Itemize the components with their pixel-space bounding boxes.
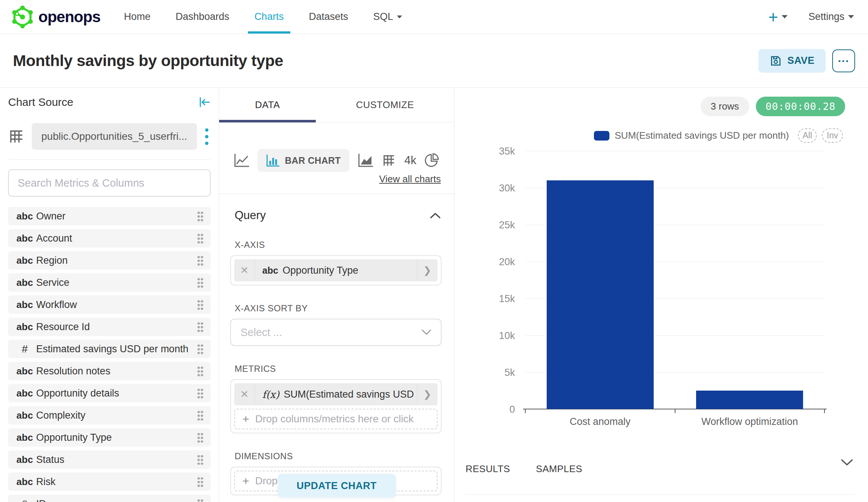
nav-item-datasets[interactable]: Datasets <box>309 0 348 34</box>
big-number-chart-icon[interactable]: 4k <box>404 154 416 167</box>
top-nav: openops Home Dashboards Charts Datasets … <box>0 0 868 34</box>
column-item[interactable]: abcOpportunity details <box>8 384 211 402</box>
query-timer-badge[interactable]: 00:00:00.28 <box>756 97 845 116</box>
save-icon <box>770 55 782 67</box>
column-item[interactable]: abcService <box>8 273 211 292</box>
collapse-panel-icon[interactable] <box>199 97 211 108</box>
tab-results[interactable]: RESULTS <box>466 463 510 475</box>
page-title: Monthly savings by opportunity type <box>13 52 283 70</box>
builder-divider <box>219 194 454 194</box>
drag-handle-icon[interactable] <box>197 211 203 222</box>
legend-all-button[interactable]: All <box>798 128 817 143</box>
tab-customize[interactable]: CUSTOMIZE <box>316 88 454 122</box>
save-button[interactable]: SAVE <box>758 49 826 73</box>
remove-x-axis-icon[interactable]: ✕ <box>234 259 255 281</box>
column-item[interactable]: #Estimated savings USD per month <box>8 340 211 358</box>
column-item[interactable]: abcAccount <box>8 229 211 247</box>
query-collapse-icon[interactable] <box>430 212 441 219</box>
table-chart-icon[interactable] <box>381 153 396 167</box>
metric-expand-icon[interactable]: ❯ <box>417 383 438 405</box>
chart-legend: SUM(Estimated savings USD per month) All… <box>594 128 843 143</box>
tab-samples[interactable]: SAMPLES <box>536 463 582 475</box>
column-item[interactable]: abcRisk <box>8 472 211 491</box>
metrics-search-input[interactable] <box>18 177 201 189</box>
column-item[interactable]: abcComplexity <box>8 406 211 425</box>
x-axis-tick <box>525 409 526 413</box>
gridline <box>525 151 824 151</box>
column-item[interactable]: abcRegion <box>8 251 211 270</box>
drag-handle-icon[interactable] <box>197 300 203 310</box>
bar-cost-anomaly[interactable] <box>547 180 654 409</box>
bar-workflow-optimization[interactable] <box>696 391 803 409</box>
drag-handle-icon[interactable] <box>197 410 203 421</box>
legend-swatch[interactable] <box>594 131 609 141</box>
drag-handle-icon[interactable] <box>197 233 203 244</box>
drag-handle-icon[interactable] <box>197 499 203 502</box>
nav-item-charts[interactable]: Charts <box>255 0 284 34</box>
unknown-type-icon: ? <box>13 498 36 502</box>
column-item[interactable]: abcResource Id <box>8 318 211 336</box>
pie-chart-icon[interactable] <box>425 153 439 168</box>
text-type-icon: abc <box>13 366 36 377</box>
settings-menu[interactable]: Settings <box>808 11 854 22</box>
metrics-search[interactable] <box>8 169 211 197</box>
x-axis-label: X-AXIS <box>235 240 441 250</box>
drag-handle-icon[interactable] <box>197 432 203 443</box>
nav-right: + Settings <box>768 8 854 25</box>
x-axis-value-pill[interactable]: ✕ abc Opportunity Type ❯ <box>234 259 438 281</box>
metrics-label: METRICS <box>235 364 441 374</box>
query-status-badges: 3 rows 00:00:00.28 <box>701 97 845 116</box>
column-item[interactable]: abcResolution notes <box>8 362 211 380</box>
collapse-results-icon[interactable] <box>841 459 853 466</box>
drag-handle-icon[interactable] <box>197 277 203 288</box>
column-item[interactable]: abcOpportunity Type <box>8 428 211 447</box>
app-root: openops Home Dashboards Charts Datasets … <box>0 0 868 502</box>
save-button-label: SAVE <box>787 55 815 66</box>
x-axis-category-label: Workflow optimization <box>701 416 798 427</box>
header-actions: SAVE ... <box>758 49 855 73</box>
drag-handle-icon[interactable] <box>197 388 203 399</box>
dataset-row: public.Opportunities_5_userfri... <box>8 123 211 150</box>
dataset-table-icon <box>8 128 24 145</box>
legend-series-label[interactable]: SUM(Estimated savings USD per month) <box>615 130 789 141</box>
left-panel-divider <box>8 159 211 160</box>
column-label: Service <box>36 277 197 288</box>
update-chart-button[interactable]: UPDATE CHART <box>278 474 396 498</box>
nav-item-sql[interactable]: SQL <box>373 0 402 34</box>
area-chart-icon[interactable] <box>358 153 373 167</box>
more-options-button[interactable]: ... <box>832 49 855 72</box>
settings-caret-icon <box>848 15 854 18</box>
x-axis-sort-placeholder: Select ... <box>241 326 422 339</box>
legend-inv-button[interactable]: Inv <box>822 128 843 143</box>
tab-data[interactable]: DATA <box>219 88 316 122</box>
dataset-menu-icon[interactable] <box>203 126 211 147</box>
drag-handle-icon[interactable] <box>197 477 203 487</box>
column-item[interactable]: abcStatus <box>8 450 211 469</box>
drag-handle-icon[interactable] <box>197 344 203 354</box>
column-item[interactable]: abcOwner <box>8 207 211 225</box>
drag-handle-icon[interactable] <box>197 322 203 332</box>
results-bar: RESULTS SAMPLES <box>466 463 855 475</box>
view-all-charts-link[interactable]: View all charts <box>379 173 441 184</box>
x-axis-expand-icon[interactable]: ❯ <box>417 259 438 281</box>
y-axis-tick-label: 35k <box>499 146 515 157</box>
nav-item-home[interactable]: Home <box>124 0 151 34</box>
x-axis-sort-select[interactable]: Select ... <box>230 319 442 346</box>
nav-item-dashboards[interactable]: Dashboards <box>176 0 229 34</box>
metrics-drop-zone[interactable]: + Drop columns/metrics here or click <box>234 409 438 429</box>
column-label: Workflow <box>36 299 197 311</box>
dataset-name[interactable]: public.Opportunities_5_userfri... <box>32 123 197 150</box>
drag-handle-icon[interactable] <box>197 255 203 266</box>
column-item[interactable]: abcWorkflow <box>8 295 211 314</box>
text-type-icon: abc <box>13 299 36 311</box>
new-item-button[interactable]: + <box>768 8 788 25</box>
line-chart-icon[interactable] <box>234 153 249 167</box>
openops-logo[interactable]: openops <box>11 6 100 28</box>
column-item[interactable]: ?ID <box>8 495 211 502</box>
metric-value-pill[interactable]: ✕ f(x) SUM(Estimated savings USD per m..… <box>234 383 438 405</box>
drag-handle-icon[interactable] <box>197 366 203 377</box>
text-type-icon: abc <box>13 388 36 399</box>
bar-chart-type-button[interactable]: BAR CHART <box>257 149 349 172</box>
remove-metric-icon[interactable]: ✕ <box>234 383 255 405</box>
drag-handle-icon[interactable] <box>197 454 203 465</box>
